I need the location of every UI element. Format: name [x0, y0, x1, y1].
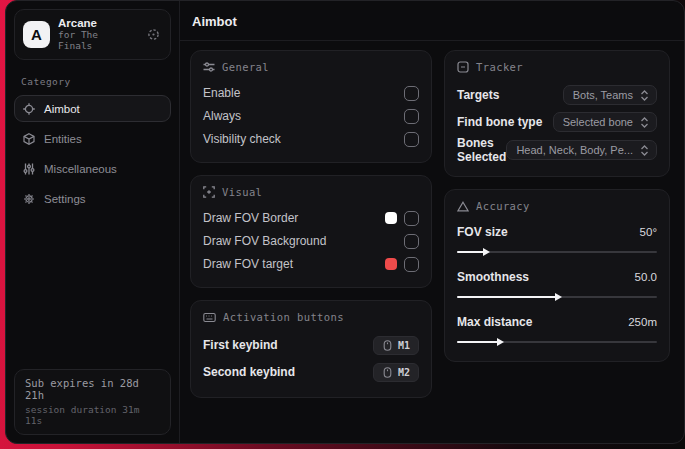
setting-row: Find bone type Selected bone	[457, 109, 657, 135]
setting-row: Targets Bots, Teams	[457, 82, 657, 108]
slider-thumb[interactable]	[555, 293, 562, 301]
page-title: Aimbot	[192, 14, 684, 29]
setting-row: Draw FOV target	[203, 253, 419, 275]
general-card-title: General	[222, 61, 269, 73]
fov-size-value: 50°	[640, 226, 657, 238]
mouse-icon	[382, 340, 393, 351]
draw-fov-target-checkbox[interactable]	[404, 257, 419, 272]
bones-selected-label: Bones Selected	[457, 136, 506, 164]
setting-row: Draw FOV Border	[203, 207, 419, 229]
draw-fov-background-checkbox[interactable]	[404, 234, 419, 249]
triangle-icon	[457, 201, 469, 212]
enable-checkbox[interactable]	[404, 86, 419, 101]
category-label: Category	[21, 76, 179, 87]
sidebar-item-label: Miscellaneous	[44, 162, 117, 175]
sidebar-item-label: Settings	[44, 192, 86, 205]
smoothness-label: Smoothness	[457, 270, 529, 284]
draw-fov-target-label: Draw FOV target	[203, 257, 293, 271]
accuracy-card: Accuracy FOV size 50°	[444, 189, 670, 362]
accuracy-card-title: Accuracy	[476, 200, 530, 212]
enable-label: Enable	[203, 86, 240, 100]
visual-card: Visual Draw FOV Border Draw FOV Backgrou…	[190, 175, 432, 288]
visual-card-title: Visual	[222, 186, 262, 198]
activation-card-title: Activation buttons	[223, 311, 344, 323]
tracker-card-title: Tracker	[476, 61, 523, 73]
sidebar-item-miscellaneous[interactable]: Miscellaneous	[14, 155, 171, 182]
max-distance-value: 250m	[628, 316, 657, 328]
draw-fov-border-checkbox[interactable]	[404, 211, 419, 226]
general-icon	[203, 61, 215, 73]
sidebar: A Arcane for The Finals Category	[6, 1, 180, 443]
slider-thumb[interactable]	[497, 338, 504, 346]
second-keybind-value: M2	[398, 367, 410, 378]
first-keybind-label: First keybind	[203, 338, 278, 352]
setting-row: Second keybind M2	[203, 359, 419, 385]
app-window: A Arcane for The Finals Category	[5, 0, 685, 444]
keyboard-icon	[203, 312, 216, 323]
sidebar-item-label: Entities	[44, 132, 82, 145]
first-keybind-value: M1	[398, 340, 410, 351]
sidebar-item-aimbot[interactable]: Aimbot	[14, 95, 171, 122]
chevrons-up-down-icon	[640, 145, 649, 156]
find-bone-type-value: Selected bone	[563, 116, 633, 128]
crosshair-icon	[23, 103, 35, 115]
setting-row: Bones Selected Head, Neck, Body, Pe...	[457, 136, 657, 164]
smoothness-slider[interactable]	[457, 292, 657, 302]
fov-border-color-swatch[interactable]	[385, 212, 397, 224]
fov-size-label: FOV size	[457, 225, 508, 239]
app-logo: A	[23, 21, 50, 48]
setting-row: Draw FOV Background	[203, 230, 419, 252]
tracker-card: Tracker Targets Bots, Teams	[444, 50, 670, 177]
first-keybind-button[interactable]: M1	[373, 336, 419, 355]
sync-icon[interactable]	[145, 26, 162, 43]
bones-selected-dropdown[interactable]: Head, Neck, Body, Pe...	[506, 140, 657, 160]
sliders-icon	[23, 163, 35, 175]
setting-row: Enable	[203, 82, 419, 104]
max-distance-label: Max distance	[457, 315, 532, 329]
draw-fov-background-label: Draw FOV Background	[203, 234, 326, 248]
visibility-check-label: Visibility check	[203, 132, 281, 146]
max-distance-group: Max distance 250m	[457, 311, 657, 347]
targets-dropdown[interactable]: Bots, Teams	[563, 85, 657, 105]
app-logo-card: A Arcane for The Finals	[14, 9, 171, 60]
sidebar-item-label: Aimbot	[44, 102, 80, 115]
chevrons-up-down-icon	[640, 117, 649, 128]
find-bone-type-dropdown[interactable]: Selected bone	[553, 112, 657, 132]
subscription-info: Sub expires in 28d 21h session duration …	[14, 369, 171, 435]
targets-value: Bots, Teams	[573, 89, 633, 101]
always-checkbox[interactable]	[404, 109, 419, 124]
session-duration-text: session duration 31m 11s	[25, 404, 160, 426]
setting-row: First keybind M1	[203, 332, 419, 358]
activation-buttons-card: Activation buttons First keybind M1	[190, 300, 432, 398]
second-keybind-button[interactable]: M2	[373, 363, 419, 382]
mouse-icon	[382, 367, 393, 378]
targets-label: Targets	[457, 88, 499, 102]
app-subtitle: for The Finals	[58, 30, 137, 52]
sidebar-item-settings[interactable]: Settings	[14, 185, 171, 212]
smoothness-value: 50.0	[635, 271, 657, 283]
second-keybind-label: Second keybind	[203, 365, 295, 379]
find-bone-type-label: Find bone type	[457, 115, 542, 129]
main-panel: Aimbot General Ena	[180, 1, 684, 443]
fov-target-color-swatch[interactable]	[385, 258, 397, 270]
setting-row: Always	[203, 105, 419, 127]
cube-icon	[23, 133, 35, 145]
page-header: Aimbot	[180, 1, 684, 41]
always-label: Always	[203, 109, 241, 123]
fov-size-slider[interactable]	[457, 247, 657, 257]
draw-fov-border-label: Draw FOV Border	[203, 211, 298, 225]
bones-selected-value: Head, Neck, Body, Pe...	[516, 144, 633, 156]
visibility-check-checkbox[interactable]	[404, 132, 419, 147]
setting-row: Visibility check	[203, 128, 419, 150]
fov-size-group: FOV size 50°	[457, 221, 657, 257]
slider-thumb[interactable]	[483, 248, 490, 256]
max-distance-slider[interactable]	[457, 337, 657, 347]
sidebar-item-entities[interactable]: Entities	[14, 125, 171, 152]
smoothness-group: Smoothness 50.0	[457, 266, 657, 302]
general-card: General Enable Always Visibility check	[190, 50, 432, 163]
tracker-icon	[457, 61, 469, 73]
chevrons-up-down-icon	[640, 90, 649, 101]
visual-icon	[203, 186, 215, 198]
sidebar-nav: Aimbot Entities Miscella	[6, 95, 179, 212]
gear-icon	[23, 193, 35, 205]
